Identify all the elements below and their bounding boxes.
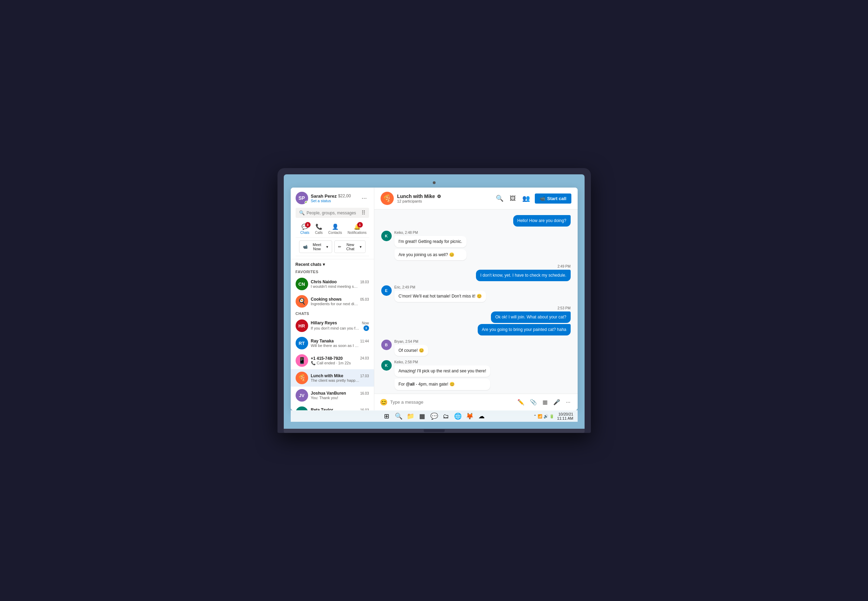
message-sender-time: Keiko, 2:48 PM — [394, 231, 466, 235]
tab-notifications[interactable]: 🔔 1 Notifications — [345, 222, 369, 236]
attachment-button[interactable]: 📎 — [529, 397, 538, 407]
chat-title-text: Lunch with Mike — [397, 194, 435, 199]
chat-avatar: 🍕 — [296, 372, 308, 384]
message-bubble: Are you joining us as well? 😊 — [394, 249, 466, 261]
message-avatar: K — [381, 360, 392, 371]
meet-now-button[interactable]: 📹 Meet Now ▾ — [299, 241, 332, 253]
recent-chats-chevron: ▾ — [323, 262, 325, 267]
tab-contacts[interactable]: 👤 Contacts — [326, 222, 345, 236]
chat-preview: I wouldn't mind meeting sooner... — [311, 284, 360, 288]
taskbar-widgets-button[interactable]: ▦ — [417, 411, 428, 421]
chat-title: Lunch with Mike ⚙ — [397, 194, 442, 199]
chat-input-area: 😊 ✏️ 📎 ▦ 🎤 ··· — [374, 394, 578, 410]
emoji-reaction: 😊 — [449, 382, 455, 387]
avatar-circle: RT — [296, 337, 308, 349]
chat-name-row: Ray Tanaka 11:44 — [311, 339, 369, 343]
tab-calls[interactable]: 📞 Calls — [312, 222, 326, 236]
taskbar-browser2-button[interactable]: 🦊 — [465, 411, 475, 421]
chat-name-row: +1 415-748-7920 24.03 — [311, 356, 369, 361]
chat-preview-row: 📞 Call ended · 1m 22s — [311, 361, 369, 365]
participants-button[interactable]: 👥 — [521, 193, 531, 204]
image-button[interactable]: 🖼 — [508, 194, 517, 204]
message-content: Bryan, 2:54 PM Of course! 😊 — [394, 340, 429, 356]
message-input[interactable] — [390, 400, 513, 405]
message-group: 2:53 PM Ok ok! I will join. What about y… — [381, 306, 571, 336]
sidebar: SP Sarah Perez $22,00 Set a status — [291, 188, 374, 410]
taskbar-files-button[interactable]: 🗂 — [441, 411, 451, 421]
avatar-circle: CN — [296, 278, 308, 290]
list-item-active[interactable]: 🍕 Lunch with Mike 17.03 The client was p… — [291, 369, 374, 387]
more-options-button[interactable]: ··· — [359, 194, 369, 203]
grid-view-button[interactable]: ⠿ — [361, 209, 365, 216]
user-name-row: Sarah Perez $22,00 — [311, 194, 351, 199]
new-chat-button[interactable]: ✏ New Chat ▾ — [334, 241, 365, 253]
action-buttons: 📹 Meet Now ▾ ✏ New Chat ▾ — [296, 238, 369, 256]
sticker-button[interactable]: ✏️ — [516, 397, 526, 407]
chat-time: Now — [362, 321, 369, 325]
message-content: Keiko, 2:58 PM Amazing! I'll pick up the… — [394, 360, 491, 390]
recent-chats-header[interactable]: Recent chats ▾ — [291, 259, 374, 268]
chat-preview: If you don't mind can you finish... — [311, 326, 360, 330]
taskbar-search-button[interactable]: 🔍 — [393, 411, 404, 421]
taskbar-browser1-button[interactable]: 🌐 — [452, 411, 463, 421]
chat-preview-row: Will be there as soon as I can! — [311, 343, 369, 348]
search-chat-button[interactable]: 🔍 — [494, 193, 505, 204]
taskbar-chat-button[interactable]: 💬 — [429, 411, 439, 421]
list-item[interactable]: 📱 +1 415-748-7920 24.03 📞 Call ended · 1… — [291, 352, 374, 369]
chat-preview: The client was pretty happy with... — [311, 378, 360, 383]
tab-chats[interactable]: 💬 3 Chats — [298, 222, 312, 236]
calls-label: Calls — [315, 231, 323, 235]
chat-info: Reta Taylor 16.03 Ah, ok I understand no… — [311, 407, 369, 410]
list-item[interactable]: RT Ray Tanaka 11:44 Will be there as soo… — [291, 334, 374, 352]
chat-name-row: Lunch with Mike 17.03 — [311, 374, 369, 378]
audio-button[interactable]: 🎤 — [552, 397, 562, 407]
chat-name: Chris Naidoo — [311, 279, 337, 284]
user-avatar[interactable]: SP — [296, 192, 308, 204]
taskbar: ⊞ 🔍 📁 ▦ 💬 🗂 🌐 🦊 ☁ ⌃ 📶 🔊 🔋 10/20/21 11:11… — [291, 410, 578, 422]
list-item[interactable]: HR Hillary Reyes Now If you don't mind c… — [291, 317, 374, 334]
chat-preview-row: If you don't mind can you finish... 3 — [311, 325, 369, 331]
more-input-button[interactable]: ··· — [564, 398, 572, 407]
emoji-button[interactable]: 😊 — [380, 398, 388, 406]
message-avatar: E — [381, 285, 392, 296]
chat-info: +1 415-748-7920 24.03 📞 Call ended · 1m … — [311, 356, 369, 365]
clock-time: 11:11 AM — [557, 416, 573, 420]
settings-icon[interactable]: ⚙ — [437, 194, 441, 199]
list-item[interactable]: CN Chris Naidoo 18.03 I wouldn't mind me… — [291, 275, 374, 293]
recent-chats-label: Recent chats — [296, 262, 322, 267]
media-button[interactable]: ▦ — [541, 397, 549, 407]
list-item[interactable]: 🍳 Cooking shows 05.03 Ingredients for ou… — [291, 293, 374, 310]
chat-time: 18.03 — [360, 280, 369, 284]
chat-preview-row: The client was pretty happy with... — [311, 378, 369, 383]
chat-name-row: Cooking shows 05.03 — [311, 297, 369, 302]
message-sender-time: Eric, 2:49 PM — [394, 285, 486, 289]
message-bubble: Of course! 😊 — [394, 345, 429, 356]
contacts-icon: 👤 — [332, 223, 339, 230]
chat-name: Ray Tanaka — [311, 339, 334, 343]
chats-badge: 3 — [305, 222, 310, 227]
message-group: K Keiko, 2:58 PM Amazing! I'll pick up t… — [381, 360, 571, 390]
message-bubble: For @all - 4pm, main gate! 😊 — [394, 378, 491, 390]
laptop-base — [284, 429, 585, 433]
taskbar-skype-button[interactable]: ☁ — [476, 411, 487, 421]
taskbar-taskview-button[interactable]: 📁 — [405, 411, 416, 421]
chat-info: Chris Naidoo 18.03 I wouldn't mind meeti… — [311, 279, 369, 288]
start-call-button[interactable]: 📹 Start call — [535, 194, 572, 204]
user-name: Sarah Perez — [311, 194, 337, 199]
list-item[interactable]: RT Reta Taylor 16.03 Ah, ok I understand… — [291, 404, 374, 410]
user-status[interactable]: Set a status — [311, 199, 351, 203]
avatar-circle: 📱 — [296, 354, 308, 367]
chats-subheader: Chats — [291, 310, 374, 317]
taskbar-windows-button[interactable]: ⊞ — [382, 411, 392, 421]
chat-preview-row: You: Thank you! — [311, 396, 369, 400]
search-input[interactable] — [307, 211, 359, 215]
chat-preview: Ingredients for our next dish are... — [311, 302, 360, 306]
list-item[interactable]: JV Joshua VanBuren 16.03 You: Thank you! — [291, 387, 374, 404]
message-timestamp: 2:49 PM — [558, 264, 570, 268]
user-balance: $22,00 — [338, 194, 351, 198]
chat-name: Cooking shows — [311, 297, 342, 302]
message-bubble: Ok ok! I will join. What about your cat? — [491, 311, 570, 323]
meet-now-label: Meet Now — [309, 243, 325, 251]
taskbar-center: ⊞ 🔍 📁 ▦ 💬 🗂 🌐 🦊 ☁ — [382, 411, 487, 421]
laptop-outer: SP Sarah Perez $22,00 Set a status — [278, 168, 591, 433]
